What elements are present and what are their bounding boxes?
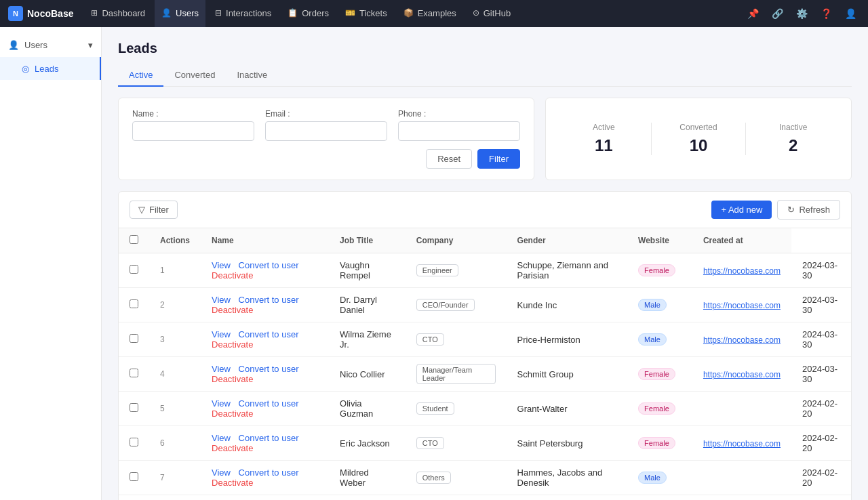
select-all-checkbox[interactable] — [130, 235, 138, 244]
website-link[interactable]: https://nocobase.com — [703, 301, 781, 310]
sidebar-item-leads[interactable]: ◎ Leads — [0, 57, 101, 80]
row-checkbox-cell — [119, 253, 149, 288]
row-name: Vaughn Rempel — [329, 253, 406, 288]
action-deactivate[interactable]: Deactivate — [212, 270, 253, 280]
action-convert[interactable]: Convert to user — [239, 329, 299, 339]
reset-button[interactable]: Reset — [426, 149, 472, 169]
row-website — [692, 495, 791, 501]
action-view[interactable]: View — [212, 260, 231, 270]
nav-dashboard[interactable]: ⊞ Dashboard — [84, 0, 152, 27]
row-checkbox[interactable] — [130, 334, 138, 343]
action-convert[interactable]: Convert to user — [239, 467, 299, 478]
row-created: 2024-02-20 — [791, 392, 851, 426]
tab-converted[interactable]: Converted — [163, 64, 226, 87]
tab-inactive[interactable]: Inactive — [226, 64, 278, 87]
examples-icon: 📦 — [403, 8, 414, 18]
row-company: Kunde Inc — [507, 288, 627, 322]
table-toolbar-right: + Add new ↻ Refresh — [711, 200, 840, 220]
action-convert[interactable]: Convert to user — [239, 295, 299, 305]
row-website: https://nocobase.com — [692, 253, 791, 288]
nav-tickets[interactable]: 🎫 Tickets — [338, 0, 394, 27]
row-checkbox[interactable] — [130, 472, 138, 481]
website-link[interactable]: https://nocobase.com — [703, 370, 781, 379]
row-jobtitle: Student — [406, 495, 507, 501]
filter-button[interactable]: Filter — [477, 149, 520, 169]
table-row: 5 View Convert to user Deactivate Olivia… — [119, 392, 851, 426]
row-checkbox[interactable] — [130, 265, 138, 274]
action-convert[interactable]: Convert to user — [239, 260, 299, 270]
col-header-actions: Actions — [149, 228, 201, 253]
stat-converted-label: Converted — [652, 123, 746, 132]
nav-github[interactable]: ⊙ GitHub — [466, 0, 517, 27]
tickets-icon: 🎫 — [345, 8, 355, 18]
row-actions: View Convert to user Deactivate — [201, 253, 329, 288]
help-icon[interactable]: ❓ — [816, 4, 835, 23]
row-checkbox[interactable] — [130, 369, 138, 377]
action-view[interactable]: View — [212, 329, 231, 339]
nav-examples[interactable]: 📦 Examples — [397, 0, 463, 27]
row-website: https://nocobase.com — [692, 357, 791, 392]
sidebar: 👤 Users ▾ ◎ Leads — [0, 27, 102, 500]
job-title-badge: Others — [416, 472, 451, 484]
website-link[interactable]: https://nocobase.com — [703, 439, 781, 449]
action-view[interactable]: View — [212, 433, 231, 443]
row-actions: View Convert to user Deactivate — [201, 357, 329, 392]
row-gender: Female — [627, 392, 692, 426]
nav-users[interactable]: 👤 Users — [155, 0, 205, 27]
table-filter-button[interactable]: ▽ Filter — [130, 201, 178, 219]
action-view[interactable]: View — [212, 398, 231, 409]
gender-badge: Male — [638, 472, 667, 484]
sidebar-users-icon: 👤 — [8, 40, 19, 50]
action-deactivate[interactable]: Deactivate — [212, 305, 253, 315]
action-view[interactable]: View — [212, 295, 231, 305]
action-deactivate[interactable]: Deactivate — [212, 443, 253, 453]
add-new-button[interactable]: + Add new — [711, 201, 772, 219]
interactions-icon: ⊟ — [215, 8, 222, 18]
action-convert[interactable]: Convert to user — [239, 398, 299, 409]
action-convert[interactable]: Convert to user — [239, 364, 299, 374]
row-checkbox[interactable] — [130, 403, 138, 412]
row-actions: View Convert to user Deactivate — [201, 288, 329, 322]
nav-github-label: GitHub — [484, 8, 511, 18]
row-actions: View Convert to user Deactivate — [201, 322, 329, 357]
row-website: https://nocobase.com — [692, 322, 791, 357]
app-logo[interactable]: N NocoBase — [8, 6, 73, 21]
refresh-label: Refresh — [799, 205, 830, 215]
row-checkbox[interactable] — [130, 438, 138, 446]
tab-active[interactable]: Active — [118, 64, 163, 87]
website-link[interactable]: https://nocobase.com — [703, 335, 781, 345]
nav-interactions[interactable]: ⊟ Interactions — [208, 0, 278, 27]
website-link[interactable]: https://nocobase.com — [703, 266, 781, 276]
refresh-button[interactable]: ↻ Refresh — [777, 200, 840, 220]
nav-orders[interactable]: 📋 Orders — [281, 0, 336, 27]
user-avatar[interactable]: 👤 — [841, 4, 860, 23]
refresh-icon: ↻ — [787, 205, 795, 215]
row-company: Price-Hermiston — [507, 322, 627, 357]
row-num: 2 — [149, 288, 201, 322]
action-deactivate[interactable]: Deactivate — [212, 339, 253, 350]
row-checkbox[interactable] — [130, 299, 138, 308]
row-jobtitle: Manager/Team Leader — [406, 357, 507, 392]
filter-email-field: Email : — [265, 109, 387, 141]
action-view[interactable]: View — [212, 364, 231, 374]
action-view[interactable]: View — [212, 467, 231, 478]
email-input[interactable] — [265, 121, 387, 141]
action-deactivate[interactable]: Deactivate — [212, 478, 253, 488]
sidebar-section-users[interactable]: 👤 Users ▾ — [0, 33, 101, 57]
action-deactivate[interactable]: Deactivate — [212, 374, 253, 384]
row-created: 2024-03-30 — [791, 288, 851, 322]
row-website: https://nocobase.com — [692, 288, 791, 322]
col-header-name: Name — [201, 228, 329, 253]
link-icon[interactable]: 🔗 — [768, 4, 787, 23]
stats-panel: Active 11 Converted 10 Inactive 2 — [545, 98, 852, 180]
phone-input[interactable] — [398, 121, 520, 141]
pin-icon[interactable]: 📌 — [743, 4, 762, 23]
row-company: Hills LLC — [507, 495, 627, 501]
name-input[interactable] — [132, 121, 254, 141]
action-deactivate[interactable]: Deactivate — [212, 409, 253, 419]
stat-active-value: 11 — [557, 136, 651, 155]
action-convert[interactable]: Convert to user — [239, 433, 299, 443]
gender-badge: Male — [638, 299, 667, 311]
table-toolbar: ▽ Filter + Add new ↻ Refresh — [119, 192, 851, 228]
settings-icon[interactable]: ⚙️ — [792, 4, 811, 23]
